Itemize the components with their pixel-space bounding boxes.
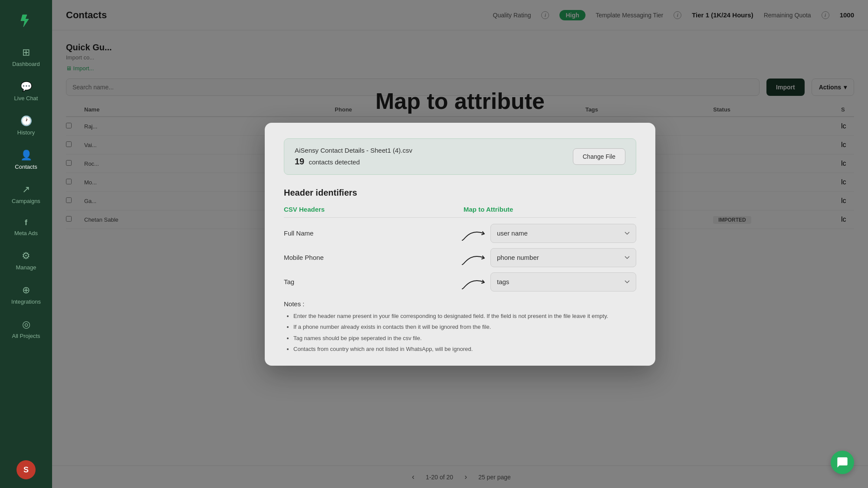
mapping-row-mobilephone: Mobile Phone phone number — [284, 248, 636, 267]
sidebar-item-campaigns[interactable]: ↗ Campaigns — [0, 179, 52, 210]
manage-icon: ⚙ — [22, 250, 30, 262]
file-info-bar: AiSensy Contact Details - Sheet1 (4).csv… — [284, 138, 636, 175]
csv-field-fullname: Full Name — [284, 229, 460, 237]
mapping-row-tag: Tag tags — [284, 272, 636, 291]
map-to-attribute-title: Map to attribute — [375, 88, 545, 114]
attribute-select-tag[interactable]: tags — [490, 272, 636, 291]
sidebar-item-integrations[interactable]: ⊕ Integrations — [0, 279, 52, 310]
curve-arrow-3 — [460, 272, 486, 291]
change-file-button[interactable]: Change File — [573, 148, 626, 165]
integrations-icon: ⊕ — [22, 285, 30, 296]
contacts-count: 19 — [295, 157, 304, 166]
sidebar-item-label: Campaigns — [12, 198, 40, 204]
col-header-csv: CSV Headers — [284, 206, 460, 213]
mapping-table-header: CSV Headers Map to Attribute — [284, 206, 636, 218]
app-wrapper: ⊞ Dashboard 💬 Live Chat 🕐 History 👤 Cont… — [0, 0, 868, 488]
all-projects-icon: ◎ — [22, 319, 30, 330]
sidebar-item-label: Contacts — [15, 164, 37, 170]
sidebar-item-label: Live Chat — [14, 95, 38, 102]
sidebar-item-label: All Projects — [12, 333, 40, 339]
mapping-row-fullname: Full Name user name — [284, 224, 636, 243]
contacts-icon: 👤 — [20, 150, 32, 161]
note-3: Tag names should be pipe seperated in th… — [293, 334, 636, 343]
sidebar-logo — [15, 9, 37, 31]
modal-body: AiSensy Contact Details - Sheet1 (4).csv… — [265, 123, 655, 366]
note-1: Enter the header name present in your fi… — [293, 312, 636, 321]
sidebar-item-contacts[interactable]: 👤 Contacts — [0, 144, 52, 175]
attribute-select-fullname[interactable]: user name — [490, 224, 636, 243]
sidebar-item-all-projects[interactable]: ◎ All Projects — [0, 314, 52, 344]
sidebar-item-label: Manage — [16, 264, 36, 271]
sidebar-item-live-chat[interactable]: 💬 Live Chat — [0, 76, 52, 107]
mapping-right-fullname: user name — [460, 224, 636, 243]
csv-field-mobilephone: Mobile Phone — [284, 254, 460, 261]
notes-label: Notes : — [284, 300, 636, 308]
sidebar-item-label: Meta Ads — [14, 230, 38, 236]
attribute-select-mobilephone[interactable]: phone number — [490, 248, 636, 267]
notes-section: Notes : Enter the header name present in… — [284, 300, 636, 354]
user-avatar[interactable]: S — [16, 460, 36, 479]
header-identifiers-title: Header identifiers — [284, 188, 636, 198]
curve-arrow-2 — [460, 248, 486, 267]
sidebar-item-meta-ads[interactable]: f Meta Ads — [0, 213, 52, 242]
curve-arrow-1 — [460, 224, 486, 243]
dashboard-icon: ⊞ — [22, 47, 30, 58]
contacts-detected: 19 contacts detected — [295, 157, 412, 167]
csv-field-tag: Tag — [284, 278, 460, 285]
note-4: Contacts from country which are not list… — [293, 345, 636, 354]
meta-ads-icon: f — [25, 218, 27, 227]
sidebar-item-label: History — [17, 129, 35, 136]
sidebar-item-label: Integrations — [11, 298, 41, 305]
sidebar-item-dashboard[interactable]: ⊞ Dashboard — [0, 42, 52, 72]
map-attribute-modal: AiSensy Contact Details - Sheet1 (4).csv… — [265, 123, 655, 366]
mapping-right-tag: tags — [460, 272, 636, 291]
col-header-map: Map to Attribute — [460, 206, 636, 213]
file-info-left: AiSensy Contact Details - Sheet1 (4).csv… — [295, 147, 412, 167]
history-icon: 🕐 — [20, 115, 32, 127]
sidebar-item-history[interactable]: 🕐 History — [0, 110, 52, 141]
main-content: Contacts Quality Rating i High Template … — [52, 0, 868, 488]
csv-filename: AiSensy Contact Details - Sheet1 (4).csv — [295, 147, 412, 154]
modal-backdrop: Map to attribute AiSensy Contact Details… — [52, 0, 868, 488]
sidebar: ⊞ Dashboard 💬 Live Chat 🕐 History 👤 Cont… — [0, 0, 52, 488]
campaigns-icon: ↗ — [22, 184, 30, 195]
chat-bubble-icon — [836, 456, 848, 468]
live-chat-icon: 💬 — [20, 81, 32, 92]
sidebar-item-label: Dashboard — [12, 61, 40, 67]
mapping-right-mobilephone: phone number — [460, 248, 636, 267]
chat-bubble[interactable] — [831, 451, 854, 474]
sidebar-item-manage[interactable]: ⚙ Manage — [0, 245, 52, 276]
note-2: If a phone number already exists in cont… — [293, 323, 636, 331]
contacts-label: contacts detected — [309, 158, 360, 166]
notes-list: Enter the header name present in your fi… — [284, 312, 636, 354]
